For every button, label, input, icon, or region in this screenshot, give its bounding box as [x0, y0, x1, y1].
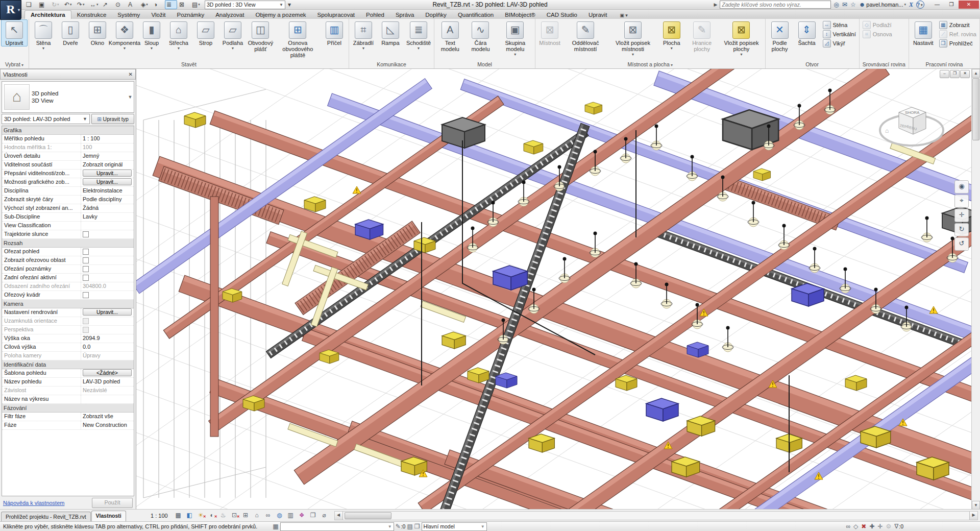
design-option-combo[interactable]: Hlavní model▼: [422, 522, 487, 531]
property-value[interactable]: [81, 230, 134, 238]
application-menu-button[interactable]: R▾: [0, 0, 21, 20]
rampa-button[interactable]: ◺Rampa: [377, 19, 404, 46]
property-value[interactable]: [81, 395, 134, 403]
checkbox[interactable]: [83, 231, 89, 237]
achta-button[interactable]: ⇕Šachta: [794, 19, 820, 46]
tab-cad-studio[interactable]: CAD Studio: [541, 11, 583, 19]
text-modelu-button[interactable]: AText modelu: [435, 19, 464, 53]
property-value[interactable]: LAV-3D pohled: [81, 378, 134, 386]
search-icon[interactable]: ◎: [834, 1, 839, 8]
detail-level-icon[interactable]: ▩: [173, 511, 184, 521]
property-value[interactable]: [81, 248, 134, 256]
exclude-options-icon[interactable]: ✖: [861, 523, 866, 530]
vertik-ln-button[interactable]: ↕Vertikální: [821, 30, 858, 38]
tab-dopl-ky[interactable]: Doplňky: [420, 11, 452, 19]
property-value[interactable]: New Construction: [81, 421, 134, 429]
tab-pohled[interactable]: Pohled: [360, 11, 390, 19]
schodi-t-button[interactable]: ≣Schodiště▼: [404, 19, 433, 51]
close-button[interactable]: ✕: [959, 1, 979, 9]
property-value[interactable]: Žádná: [81, 204, 134, 212]
st-na-button[interactable]: ⇔Stěna: [821, 20, 858, 29]
measure-icon[interactable]: ↔▾: [88, 0, 101, 9]
property-value[interactable]: Lavky: [81, 213, 134, 221]
sun-path-icon[interactable]: ☀✕: [195, 511, 206, 521]
rendering-dialog-icon[interactable]: ♨: [218, 511, 229, 521]
section-f-zov-n[interactable]: Fázování: [2, 404, 134, 413]
scroll-down-icon[interactable]: ▼: [972, 501, 980, 510]
design-options-icon[interactable]: ❐: [414, 523, 420, 530]
displacement-sets-icon[interactable]: ❐: [308, 511, 318, 521]
shadows-icon[interactable]: ◐✕: [207, 511, 217, 521]
checkbox[interactable]: [83, 292, 89, 298]
worksets-icon[interactable]: ▦: [273, 523, 278, 530]
active-view-combo[interactable]: 3D pohled : 3D View▼: [205, 1, 285, 9]
property-value[interactable]: [81, 317, 134, 325]
podlaha-button[interactable]: ▱Podlaha▼: [219, 19, 246, 51]
reveal-hidden-elements-icon[interactable]: ◍: [274, 511, 285, 521]
worksharing-display-icon[interactable]: ▤: [407, 523, 412, 530]
checkbox[interactable]: [83, 318, 89, 324]
editing-requests-icon[interactable]: ✎:0: [396, 523, 406, 530]
obvodov-pl-button[interactable]: ◫Obvodový plášť: [247, 19, 275, 53]
odd-lova-m-stnost-button[interactable]: ✎Oddělovač místností: [564, 19, 607, 53]
properties-help-link[interactable]: Nápověda k vlastnostem: [3, 500, 64, 506]
p-eps-n-viditelnosti-zob-button[interactable]: Upravit...: [83, 170, 132, 177]
view-minimize-icon[interactable]: ‒: [940, 70, 949, 78]
steering-wheel-icon[interactable]: ◉: [954, 180, 969, 194]
rewind-icon[interactable]: ↺: [954, 237, 969, 251]
podle-plochy-button[interactable]: ✕Podle plochy: [767, 19, 793, 53]
property-value[interactable]: Upravit...: [81, 308, 134, 317]
p-el-button[interactable]: ▥Příčel: [321, 19, 348, 46]
checkbox[interactable]: [83, 266, 89, 272]
dve-e-button[interactable]: ▯Dveře: [57, 19, 84, 46]
sync-with-central-icon[interactable]: ↻▾: [50, 0, 62, 9]
show-crop-region-icon[interactable]: ⊞: [240, 511, 251, 521]
drag-on-selection-icon[interactable]: ✛: [877, 523, 883, 530]
aligned-dimension-icon[interactable]: ↗: [101, 0, 113, 9]
scrollbar-thumb[interactable]: [345, 512, 391, 519]
crop-view-icon[interactable]: ⊡✕: [229, 511, 240, 521]
vertical-scrollbar[interactable]: ▲ ▼: [971, 69, 980, 510]
section-icon[interactable]: ◑: [152, 0, 164, 9]
property-value[interactable]: [81, 256, 134, 264]
property-value[interactable]: [81, 291, 134, 299]
temporary-hide-isolate-icon[interactable]: ∞: [263, 511, 274, 521]
restore-button[interactable]: ❐: [944, 1, 959, 9]
strop-button[interactable]: ▱Strop: [192, 19, 219, 46]
horizontal-scrollbar[interactable]: ◀ ▶: [334, 511, 978, 520]
default-3d-view-icon[interactable]: ◈▾: [139, 0, 152, 9]
view-close-icon[interactable]: ✕: [960, 70, 970, 78]
analytical-model-icon[interactable]: ❖: [297, 511, 307, 521]
scroll-left-icon[interactable]: ◀: [335, 512, 343, 520]
property-value[interactable]: [81, 222, 134, 230]
save-icon[interactable]: ▣: [37, 0, 50, 9]
tab-spr-va[interactable]: Správa: [390, 11, 420, 19]
exchange-apps-icon[interactable]: X: [909, 1, 913, 9]
ref-rovina-button[interactable]: ⟋Ref. rovina: [937, 30, 978, 38]
tab-analyzovat[interactable]: Analyzovat: [210, 11, 250, 19]
st-echa-button[interactable]: ⌂Střecha▼: [165, 19, 192, 51]
scroll-right-icon[interactable]: ▶: [969, 512, 977, 520]
property-value[interactable]: Zobrazit vše: [81, 413, 134, 421]
property-value[interactable]: 304800.0: [81, 282, 134, 291]
komponenta-button[interactable]: ❖Komponenta▼: [111, 19, 138, 51]
vik-button[interactable]: ◿Vikýř: [821, 39, 858, 47]
viewcube[interactable]: SHORAZEPŘEDU⌂: [880, 107, 943, 146]
apply-button[interactable]: Použít: [92, 498, 133, 508]
tab-upravit[interactable]: Upravit: [583, 11, 612, 19]
property-value[interactable]: Zobrazit originál: [81, 161, 134, 169]
property-value[interactable]: 2094.9: [81, 334, 134, 343]
scrollbar-thumb[interactable]: [972, 78, 979, 140]
tab-vlo-it[interactable]: Vložit: [145, 11, 171, 19]
qat-customize-button[interactable]: ▾: [286, 0, 299, 9]
skupina-modelu-button[interactable]: ▣Skupina modelu▼: [497, 19, 534, 57]
property-value[interactable]: [81, 265, 134, 273]
tab-architektura[interactable]: Architektura: [24, 10, 71, 19]
drawing-area[interactable]: SHORAZEPŘEDU⌂ ‒❐✕ ◉⌖✛↻↺ ▲ ▼: [136, 69, 980, 510]
property-value[interactable]: 100: [81, 143, 134, 152]
orbit-icon[interactable]: ↻: [954, 223, 969, 236]
tab-bimobject[interactable]: BIMobject®: [499, 11, 541, 19]
help-icon[interactable]: ?▾: [916, 1, 924, 9]
section-grafika[interactable]: Grafika: [2, 126, 134, 135]
tab-syst-my[interactable]: Systémy: [112, 11, 145, 19]
